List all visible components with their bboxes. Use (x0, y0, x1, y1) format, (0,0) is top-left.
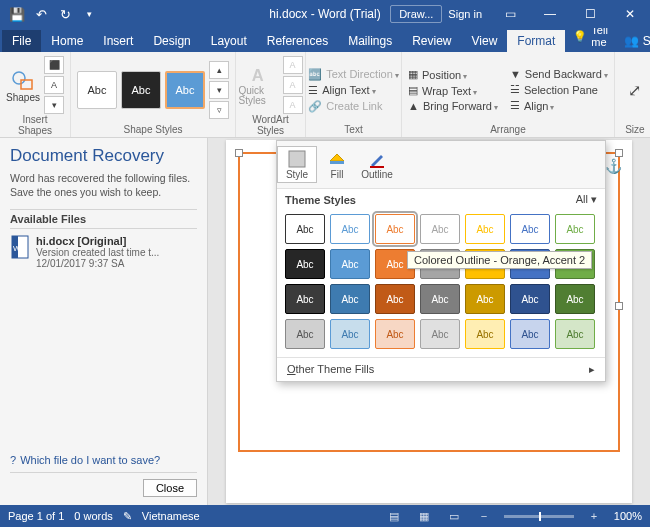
theme-style-swatch[interactable]: Abc (420, 284, 460, 314)
panel-close-button[interactable]: Close (143, 479, 197, 497)
recovery-file-item[interactable]: W hi.docx [Original] Version created las… (10, 235, 197, 269)
align-button[interactable]: ☰Align (510, 98, 608, 113)
ribbon-tabs: File Home Insert Design Layout Reference… (0, 28, 650, 52)
share-icon: 👥 (624, 34, 639, 48)
theme-style-swatch[interactable]: Abc (285, 284, 325, 314)
status-words[interactable]: 0 words (74, 510, 113, 522)
theme-style-swatch[interactable]: Abc (375, 319, 415, 349)
resize-handle[interactable] (615, 149, 623, 157)
popup-tab-style[interactable]: Style (277, 146, 317, 183)
theme-style-swatch[interactable]: Abc (510, 284, 550, 314)
signin-link[interactable]: Sign in (448, 8, 482, 20)
theme-style-swatch[interactable]: Abc (420, 319, 460, 349)
status-page[interactable]: Page 1 of 1 (8, 510, 64, 522)
send-backward-button[interactable]: ▼Send Backward (510, 67, 608, 81)
theme-style-swatch[interactable]: Abc (510, 319, 550, 349)
other-theme-fills-button[interactable]: Other Theme Fills ▸ (277, 357, 605, 381)
document-area[interactable]: ⚓ Style Fill Outline (208, 138, 650, 505)
theme-style-swatch[interactable]: Abc (465, 319, 505, 349)
panel-title: Document Recovery (10, 146, 197, 166)
theme-style-swatch[interactable]: Abc (375, 214, 415, 244)
view-print-icon[interactable]: ▦ (414, 510, 434, 523)
recovery-help-label: Which file do I want to save? (20, 454, 160, 466)
theme-style-swatch[interactable]: Abc (330, 214, 370, 244)
more-shapes-icon[interactable]: ▾ (44, 96, 64, 114)
resize-handle[interactable] (235, 149, 243, 157)
other-fills-label: ther Theme Fills (296, 363, 375, 375)
theme-style-swatch[interactable]: Abc (510, 214, 550, 244)
tab-mailings[interactable]: Mailings (338, 30, 402, 52)
tab-layout[interactable]: Layout (201, 30, 257, 52)
theme-style-swatch[interactable]: Abc (375, 284, 415, 314)
tab-file[interactable]: File (2, 30, 41, 52)
status-zoom[interactable]: 100% (614, 510, 642, 522)
tab-references[interactable]: References (257, 30, 338, 52)
theme-style-swatch[interactable]: Abc (285, 214, 325, 244)
style-gallery-up-icon[interactable]: ▴ (209, 61, 229, 79)
shapes-button[interactable]: Shapes (6, 63, 40, 107)
tab-insert[interactable]: Insert (93, 30, 143, 52)
status-language[interactable]: Vietnamese (142, 510, 200, 522)
theme-style-swatch[interactable]: Abc (465, 214, 505, 244)
minimize-icon[interactable]: — (530, 0, 570, 28)
save-icon[interactable]: 💾 (6, 3, 28, 25)
selection-pane-button[interactable]: ☱Selection Pane (510, 82, 608, 97)
popup-all-dropdown[interactable]: All ▾ (576, 193, 597, 206)
ribbon-options-icon[interactable]: ▭ (490, 0, 530, 28)
popup-tab-fill[interactable]: Fill (317, 147, 357, 182)
view-web-icon[interactable]: ▭ (444, 510, 464, 523)
maximize-icon[interactable]: ☐ (570, 0, 610, 28)
size-button[interactable]: ⤢ (621, 68, 649, 112)
draw-pill[interactable]: Draw... (390, 5, 442, 23)
bring-forward-icon: ▲ (408, 100, 419, 112)
popup-fill-label: Fill (331, 169, 344, 180)
tab-format[interactable]: Format (507, 30, 565, 52)
position-button[interactable]: ▦Position (408, 67, 498, 82)
shape-style-1[interactable]: Abc (77, 71, 117, 109)
share-button[interactable]: 👥Share (616, 30, 650, 52)
resize-handle[interactable] (615, 302, 623, 310)
position-icon: ▦ (408, 68, 418, 81)
recovery-help-link[interactable]: ?Which file do I want to save? (10, 454, 197, 466)
theme-style-swatch[interactable]: Abc (555, 214, 595, 244)
close-icon[interactable]: ✕ (610, 0, 650, 28)
theme-style-swatch[interactable]: Abc (555, 319, 595, 349)
theme-style-swatch[interactable]: Abc (465, 284, 505, 314)
redo-icon[interactable]: ↻ (54, 3, 76, 25)
theme-styles-popup: Style Fill Outline Theme Styles All ▾ Ab (276, 140, 606, 382)
popup-tab-outline[interactable]: Outline (357, 147, 397, 182)
view-read-icon[interactable]: ▤ (384, 510, 404, 523)
text-effects-icon: A (283, 96, 303, 114)
wrap-text-button[interactable]: ▤Wrap Text (408, 83, 498, 98)
document-recovery-panel: Document Recovery Word has recovered the… (0, 138, 208, 505)
theme-style-swatch[interactable]: Abc (555, 284, 595, 314)
theme-styles-header: Theme Styles (285, 194, 356, 206)
qat-more-icon[interactable]: ▾ (78, 3, 100, 25)
bring-forward-button[interactable]: ▲Bring Forward (408, 99, 498, 113)
theme-style-swatch[interactable]: Abc (330, 249, 370, 279)
edit-shape-icon[interactable]: ⬛ (44, 56, 64, 74)
ribbon: Shapes ⬛ A ▾ Insert Shapes Abc Abc Abc ▴… (0, 52, 650, 138)
shape-style-2[interactable]: Abc (121, 71, 161, 109)
help-icon: ? (10, 454, 16, 466)
undo-icon[interactable]: ↶ (30, 3, 52, 25)
shape-style-3[interactable]: Abc (165, 71, 205, 109)
text-box-icon[interactable]: A (44, 76, 64, 94)
tab-review[interactable]: Review (402, 30, 461, 52)
theme-style-swatch[interactable]: Abc (285, 249, 325, 279)
theme-style-swatch[interactable]: Abc (285, 319, 325, 349)
zoom-in-icon[interactable]: + (584, 510, 604, 522)
style-gallery-down-icon[interactable]: ▾ (209, 81, 229, 99)
align-text-button[interactable]: ☰Align Text (308, 83, 376, 98)
theme-style-swatch[interactable]: Abc (330, 319, 370, 349)
theme-style-swatch[interactable]: Abc (330, 284, 370, 314)
tab-design[interactable]: Design (143, 30, 200, 52)
zoom-out-icon[interactable]: − (474, 510, 494, 522)
zoom-slider[interactable] (504, 515, 574, 518)
page-canvas[interactable]: ⚓ Style Fill Outline (226, 140, 632, 503)
style-gallery-more-icon[interactable]: ▿ (209, 101, 229, 119)
theme-style-swatch[interactable]: Abc (420, 214, 460, 244)
tab-view[interactable]: View (462, 30, 508, 52)
tab-home[interactable]: Home (41, 30, 93, 52)
proofing-icon[interactable]: ✎ (123, 510, 132, 523)
